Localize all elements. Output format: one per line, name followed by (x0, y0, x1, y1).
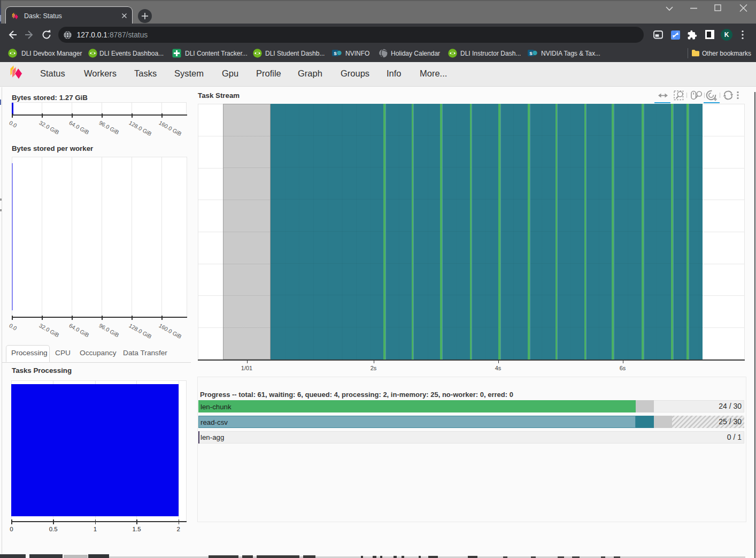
svg-text:s: s (334, 50, 337, 56)
svg-text:s: s (529, 50, 533, 56)
